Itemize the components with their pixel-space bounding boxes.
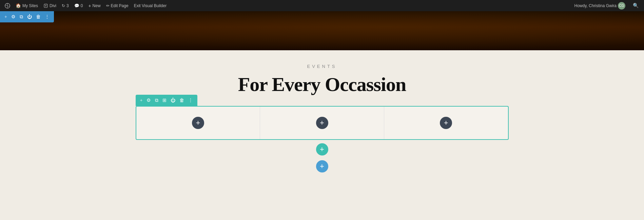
avatar: CG bbox=[618, 2, 625, 10]
add-section-btn[interactable]: + bbox=[316, 160, 328, 172]
hero-section: + ⚙ ⧉ ⏻ 🗑 ⋮ bbox=[0, 11, 644, 50]
exit-builder-btn[interactable]: Exit Visual Builder bbox=[132, 0, 169, 11]
add-row-below: + bbox=[136, 143, 509, 155]
section-more-btn[interactable]: ⋮ bbox=[43, 13, 51, 21]
pencil-icon: ✏ bbox=[106, 3, 110, 8]
divi-menu[interactable]: Divi bbox=[41, 0, 58, 11]
comments-menu[interactable]: 💬 0 bbox=[72, 0, 85, 11]
row-more-btn[interactable]: ⋮ bbox=[187, 96, 195, 105]
section-label: EVENTS bbox=[0, 64, 644, 69]
section-add-btn[interactable]: + bbox=[3, 13, 9, 21]
search-button[interactable]: 🔍 bbox=[630, 0, 641, 11]
row-settings-btn[interactable]: ⚙ bbox=[145, 96, 153, 105]
row-add-btn[interactable]: + bbox=[138, 96, 144, 105]
column-2: + bbox=[260, 107, 384, 139]
updates-menu[interactable]: ↻ 3 bbox=[60, 0, 71, 11]
row-power-btn[interactable]: ⏻ bbox=[169, 96, 177, 105]
section-delete-btn[interactable]: 🗑 bbox=[34, 13, 42, 21]
add-module-col1-btn[interactable]: + bbox=[192, 117, 204, 129]
add-section-below: + bbox=[136, 160, 509, 172]
howdy-menu[interactable]: Howdy, Christina Gwira CG bbox=[572, 0, 627, 11]
house-icon: 🏠 bbox=[16, 3, 21, 8]
section-duplicate-btn[interactable]: ⧉ bbox=[18, 13, 25, 21]
section-settings-btn[interactable]: ⚙ bbox=[9, 13, 17, 21]
divi-icon bbox=[43, 3, 48, 8]
divi-label: Divi bbox=[50, 3, 56, 8]
my-sites-label: My Sites bbox=[22, 3, 38, 8]
content-area: EVENTS For Every Occassion + ⚙ ⧉ ⊞ ⏻ 🗑 ⋮… bbox=[0, 50, 644, 200]
section-power-btn[interactable]: ⏻ bbox=[25, 13, 34, 21]
updates-count: 3 bbox=[66, 3, 69, 8]
admin-bar: 🏠 My Sites Divi ↻ 3 💬 0 + New ✏ bbox=[0, 0, 644, 11]
edit-page-label: Edit Page bbox=[111, 3, 129, 8]
comments-count: 0 bbox=[81, 3, 83, 8]
howdy-text: Howdy, Christina Gwira bbox=[574, 3, 617, 8]
exit-builder-label: Exit Visual Builder bbox=[134, 3, 167, 8]
row-columns-btn[interactable]: ⊞ bbox=[161, 96, 168, 105]
new-menu[interactable]: + New bbox=[86, 0, 102, 11]
add-row-btn[interactable]: + bbox=[316, 143, 328, 155]
row-delete-btn[interactable]: 🗑 bbox=[178, 96, 186, 105]
comments-icon: 💬 bbox=[74, 3, 79, 8]
plus-icon: + bbox=[88, 3, 91, 8]
admin-bar-left: 🏠 My Sites Divi ↻ 3 💬 0 + New ✏ bbox=[3, 0, 571, 11]
column-3: + bbox=[384, 107, 508, 139]
wp-logo[interactable] bbox=[3, 0, 12, 11]
edit-page-btn[interactable]: ✏ Edit Page bbox=[104, 0, 131, 11]
wp-icon bbox=[5, 3, 10, 8]
section-toolbar-blue: + ⚙ ⧉ ⏻ 🗑 ⋮ bbox=[0, 11, 54, 22]
three-col-row: + + + bbox=[136, 106, 509, 140]
section-heading: For Every Occassion bbox=[0, 73, 644, 96]
search-icon: 🔍 bbox=[633, 3, 639, 8]
my-sites-menu[interactable]: 🏠 My Sites bbox=[14, 0, 40, 11]
row-duplicate-btn[interactable]: ⧉ bbox=[153, 96, 160, 105]
updates-icon: ↻ bbox=[62, 3, 65, 8]
add-module-col2-btn[interactable]: + bbox=[316, 117, 328, 129]
admin-bar-right: Howdy, Christina Gwira CG 🔍 bbox=[572, 0, 641, 11]
row-toolbar-teal: + ⚙ ⧉ ⊞ ⏻ 🗑 ⋮ bbox=[136, 95, 198, 106]
column-1: + bbox=[136, 107, 260, 139]
inner-row-container: + ⚙ ⧉ ⊞ ⏻ 🗑 ⋮ + + + + bbox=[136, 106, 509, 172]
add-module-col3-btn[interactable]: + bbox=[440, 117, 452, 129]
new-label: New bbox=[93, 3, 101, 8]
